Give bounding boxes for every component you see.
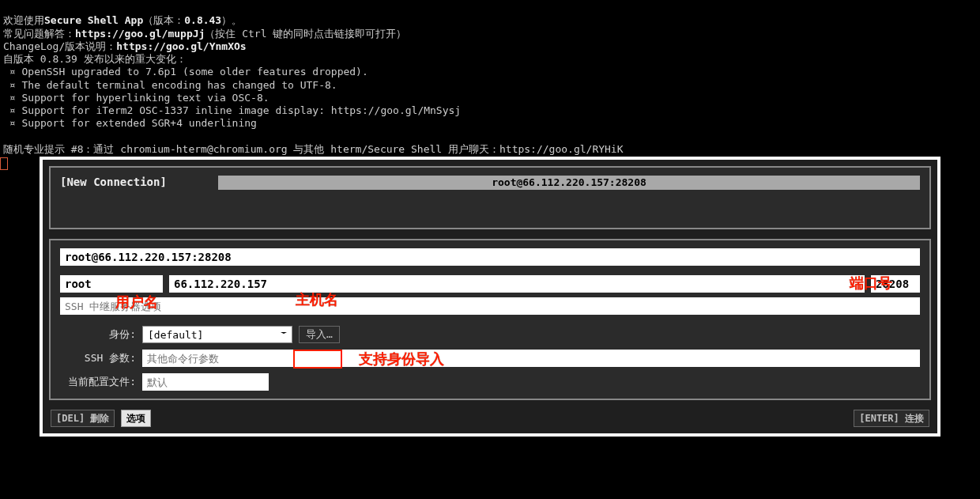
port-input[interactable] (871, 275, 920, 293)
identity-select-value: [default] (148, 329, 203, 341)
intro-line-1: 欢迎使用Secure Shell App（版本：0.8.43）。 (3, 14, 242, 26)
dialog-button-bar: [DEL] 删除 选项 [ENTER] 连接 (49, 410, 931, 427)
intro-bullet-4: ¤ Support for extended SGR+4 underlining (3, 117, 257, 129)
intro-changelog: ChangeLog/版本说明：https://goo.gl/YnmXOs (3, 40, 247, 52)
identity-label: 身份: (60, 327, 136, 342)
profile-input[interactable] (142, 373, 269, 391)
existing-connection-item[interactable]: root@66.112.220.157:28208 (218, 176, 920, 190)
options-button[interactable]: 选项 (121, 410, 151, 427)
intro-bullet-3: ¤ Support for iTerm2 OSC-1337 inline ima… (3, 104, 461, 116)
username-input[interactable] (60, 275, 163, 293)
hostname-input[interactable] (169, 275, 865, 293)
intro-faq: 常见问题解答：https://goo.gl/muppJj（按住 Ctrl 键的同… (3, 28, 406, 40)
connection-string-input[interactable] (60, 248, 920, 266)
connection-form-panel: 身份: [default] 导入… SSH 参数: 当前配置文件: (49, 239, 931, 400)
ssh-relay-input[interactable] (60, 297, 920, 315)
connection-dialog: [New Connection] root@66.112.220.157:282… (40, 157, 940, 437)
terminal-cursor (0, 157, 8, 170)
connection-list-panel: [New Connection] root@66.112.220.157:282… (49, 166, 931, 229)
delete-button[interactable]: [DEL] 删除 (51, 410, 115, 427)
new-connection-item[interactable]: [New Connection] (60, 176, 202, 188)
connect-button[interactable]: [ENTER] 连接 (854, 410, 929, 427)
intro-bullet-1: ¤ The default terminal encoding has chan… (3, 79, 337, 91)
identity-select[interactable]: [default] (142, 326, 292, 343)
import-identity-button[interactable]: 导入… (299, 326, 340, 343)
terminal-output: 欢迎使用Secure Shell App（版本：0.8.43）。 常见问题解答：… (0, 0, 980, 156)
intro-bullet-0: ¤ OpenSSH upgraded to 7.6p1 (some older … (3, 66, 368, 77)
intro-tip: 随机专业提示 #8：通过 chromium-hterm@chromium.org… (3, 143, 624, 155)
intro-since: 自版本 0.8.39 发布以来的重大变化： (3, 53, 187, 65)
ssh-args-input[interactable] (142, 350, 920, 367)
intro-bullet-2: ¤ Support for hyperlinking text via OSC-… (3, 92, 270, 104)
profile-label: 当前配置文件: (60, 375, 136, 389)
ssh-args-label: SSH 参数: (60, 351, 136, 365)
